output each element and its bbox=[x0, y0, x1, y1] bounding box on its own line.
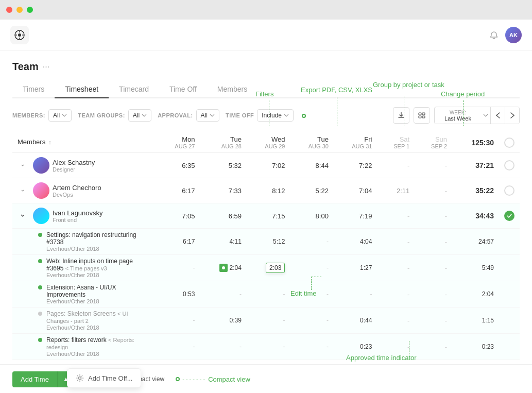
task3-wed: - bbox=[247, 281, 290, 307]
approve-artem[interactable] bbox=[504, 185, 514, 196]
approval-filter: APPROVAL: All bbox=[158, 109, 219, 122]
sort-icon[interactable]: ↑ bbox=[48, 139, 52, 145]
tab-members[interactable]: Members bbox=[207, 81, 258, 98]
week-selector: WEEK: Last Week bbox=[434, 107, 520, 124]
filters-bar: MEMBERS: All TEAM GROUPS: All APPROVAL: … bbox=[12, 107, 520, 124]
tab-timers[interactable]: Timers bbox=[12, 81, 55, 98]
task3-mon: 0:53 bbox=[157, 281, 200, 307]
change-period-annotation-line bbox=[463, 100, 464, 126]
time-off-select[interactable]: Include bbox=[257, 109, 294, 122]
col-mon: Mon AUG 27 bbox=[157, 132, 200, 153]
member-info-ivan: Ivan Lagunovsky Front end bbox=[53, 209, 103, 223]
member-row-artem: Artem Chechoro DevOps 6:17 7:33 8:12 5:2… bbox=[12, 178, 520, 203]
ivan-wed: 7:15 bbox=[247, 203, 290, 229]
task-row-settings: Settings: navigation restructuring #3738… bbox=[12, 229, 520, 255]
add-time-button[interactable]: Add Time bbox=[12, 371, 57, 387]
add-time-off-dropdown: Add Time Off... bbox=[67, 368, 141, 388]
task4-fri: 0:44 bbox=[334, 307, 377, 334]
approval-label: APPROVAL: bbox=[158, 112, 193, 118]
avatar-artem bbox=[33, 182, 49, 199]
task-dot-reports bbox=[38, 338, 42, 342]
svg-point-11 bbox=[79, 377, 81, 380]
avatar-ivan bbox=[33, 208, 49, 224]
tab-timecard[interactable]: Timecard bbox=[109, 81, 159, 98]
col-fri: Fri AUG 31 bbox=[334, 132, 377, 153]
task2-mon: - bbox=[157, 255, 200, 281]
minimize-dot[interactable] bbox=[16, 7, 23, 13]
task4-thu: - bbox=[290, 307, 333, 334]
svg-point-10 bbox=[222, 266, 225, 269]
tab-time-off[interactable]: Time Off bbox=[159, 81, 207, 98]
group-by-button[interactable] bbox=[414, 107, 430, 124]
ivan-thu: 8:00 bbox=[290, 203, 333, 229]
user-avatar[interactable]: AK bbox=[505, 27, 522, 43]
timesheet-table: Members ↑ Mon AUG 27 Tue AUG 28 bbox=[12, 132, 520, 360]
task-row-pages: Pages: Skeleton Screens < UI Changes - p… bbox=[12, 307, 520, 334]
alex-wed: 7:02 bbox=[247, 153, 290, 178]
export-annotation-line bbox=[337, 97, 337, 126]
page-menu-button[interactable]: ··· bbox=[43, 62, 49, 72]
timer-running-icon bbox=[219, 264, 228, 272]
approve-alex[interactable] bbox=[504, 160, 514, 170]
page-header: Team ··· bbox=[12, 61, 520, 73]
svg-rect-8 bbox=[419, 116, 421, 118]
ivan-sun: - bbox=[415, 203, 452, 229]
task-details-web: Web: Inline inputs on time page #3695 < … bbox=[46, 258, 151, 278]
task4-sun: - bbox=[415, 307, 452, 334]
task5-wed: - bbox=[247, 334, 290, 360]
expand-ivan[interactable] bbox=[18, 211, 28, 221]
next-week-button[interactable] bbox=[505, 107, 519, 124]
top-bar: AK bbox=[0, 20, 532, 50]
notification-icon[interactable] bbox=[488, 29, 500, 41]
task-dot-asana bbox=[38, 285, 42, 289]
alex-sat: - bbox=[377, 153, 415, 178]
task-dot-web bbox=[38, 259, 42, 263]
export-button[interactable] bbox=[393, 107, 409, 124]
task-details-asana: Extension: Asana - UI/UX Improvements Ev… bbox=[46, 284, 151, 304]
task2-wed[interactable]: 2:03 bbox=[247, 255, 290, 281]
alex-fri: 7:22 bbox=[334, 153, 377, 178]
compact-view-annotation: Compact view bbox=[208, 375, 250, 383]
expand-artem[interactable] bbox=[18, 185, 28, 196]
task-info-web: Web: Inline inputs on time page #3695 < … bbox=[18, 258, 151, 278]
time-off-filter: TIME OFF Include bbox=[226, 109, 294, 122]
filters-annotation-line bbox=[269, 100, 269, 126]
task2-sun: - bbox=[415, 255, 452, 281]
members-filter-select[interactable]: All bbox=[48, 109, 72, 122]
maximize-dot[interactable] bbox=[27, 7, 33, 13]
task4-wed: - bbox=[247, 307, 290, 334]
task-info-settings: Settings: navigation restructuring #3738… bbox=[18, 231, 151, 252]
svg-rect-7 bbox=[422, 113, 425, 115]
prev-week-button[interactable] bbox=[490, 107, 505, 124]
task1-tue: 4:11 bbox=[200, 229, 247, 255]
members-filter-label: MEMBERS: bbox=[12, 112, 45, 118]
approve-ivan[interactable] bbox=[504, 211, 514, 221]
task3-tue: - bbox=[200, 281, 247, 307]
compact-annotation-area: - - - - - - - Compact view bbox=[175, 375, 250, 383]
expand-alex[interactable] bbox=[18, 160, 28, 170]
task5-total: 0:23 bbox=[452, 334, 499, 360]
alex-total: 37:21 bbox=[452, 153, 499, 178]
app-logo[interactable] bbox=[10, 26, 29, 44]
ivan-tue: 6:59 bbox=[200, 203, 247, 229]
close-dot[interactable] bbox=[6, 7, 12, 13]
task1-thu: - bbox=[290, 229, 333, 255]
add-time-off-label[interactable]: Add Time Off... bbox=[88, 374, 132, 382]
approval-select[interactable]: All bbox=[196, 109, 219, 122]
team-groups-filter: TEAM GROUPS: All bbox=[78, 109, 151, 122]
compact-dot-1 bbox=[176, 377, 180, 381]
task1-fri: 4:04 bbox=[334, 229, 377, 255]
compact-dots: - - - - - - - bbox=[175, 376, 205, 382]
tab-timesheet[interactable]: Timesheet bbox=[55, 81, 109, 98]
artem-thu: 5:22 bbox=[290, 178, 333, 203]
task5-fri: 0:23 bbox=[334, 334, 377, 360]
task5-sun: - bbox=[415, 334, 452, 360]
week-label[interactable]: WEEK: Last Week bbox=[435, 108, 481, 124]
col-sat: Sat SEP 1 bbox=[377, 132, 415, 153]
team-groups-select[interactable]: All bbox=[128, 109, 151, 122]
task-info-asana: Extension: Asana - UI/UX Improvements Ev… bbox=[18, 284, 151, 304]
col-wed: Wed AUG 29 bbox=[247, 132, 290, 153]
task4-total: 1:15 bbox=[452, 307, 499, 334]
top-bar-left bbox=[10, 26, 29, 44]
edit-time-line-h bbox=[311, 277, 321, 277]
